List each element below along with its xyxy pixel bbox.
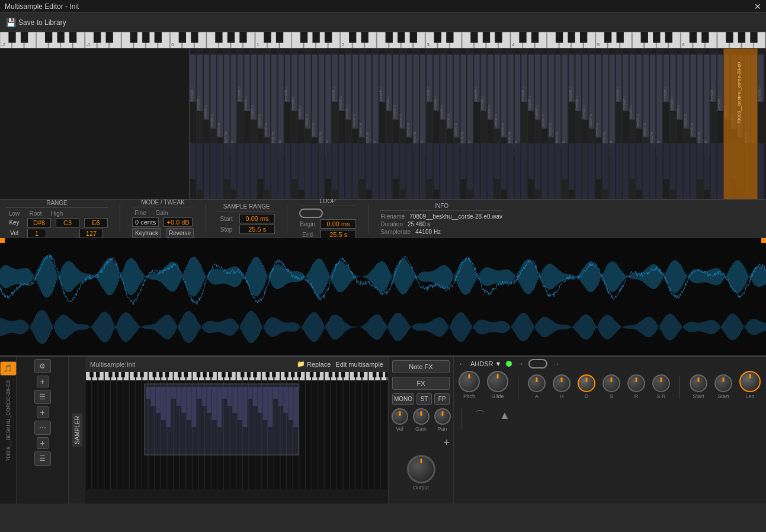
note-fx-button[interactable]: Note FX: [392, 360, 450, 373]
loop-icon[interactable]: [299, 209, 323, 218]
mod-len-label: Len: [745, 393, 754, 399]
glide-knob-container: Glide: [487, 371, 508, 399]
stop-value[interactable]: 25.5 s: [239, 225, 275, 234]
s-label: S: [610, 393, 613, 399]
a-label: A: [535, 393, 539, 399]
mod-start-knob[interactable]: [690, 374, 707, 392]
st-button[interactable]: ST: [416, 393, 432, 405]
grid-canvas[interactable]: [190, 49, 764, 199]
piano-canvas[interactable]: [0, 32, 766, 49]
range-labels-row: Low Root High: [6, 210, 108, 217]
h-label: H: [560, 393, 564, 399]
filename-label: Filename: [380, 213, 405, 220]
ahdsr-right-arrow2[interactable]: →: [552, 360, 559, 368]
glide-knob[interactable]: [487, 371, 508, 392]
ahdsr-forward-arrow[interactable]: →: [517, 360, 524, 368]
sample-grid[interactable]: [190, 49, 766, 199]
save-to-library-button[interactable]: 💾 Save to Library: [6, 18, 66, 27]
vel-knob[interactable]: [392, 408, 408, 425]
loop-group: LOOP Begin 0.00 ms End 25.5 s: [299, 198, 356, 239]
ahdsr-dropdown-icon[interactable]: ▼: [495, 360, 502, 367]
grid-labels-left: [0, 49, 190, 199]
vel-knob-label: Vel: [396, 426, 403, 432]
knobs-divider3: [461, 408, 461, 431]
reverse-button[interactable]: Reverse: [166, 228, 194, 238]
ahdsr-back-arrow[interactable]: ←: [459, 360, 466, 368]
fine-value[interactable]: 0 cents: [132, 217, 159, 227]
mono-button[interactable]: MONO: [392, 393, 414, 405]
multisample-name: Multisample:Init: [90, 361, 135, 368]
lfo-icon[interactable]: ⌒: [471, 406, 489, 424]
key-root-value[interactable]: C3: [56, 218, 79, 227]
add-instrument-button[interactable]: +: [37, 376, 49, 387]
piano-keyboard-section: [0, 32, 766, 49]
mod-start2-label: Start: [717, 393, 729, 399]
mode-labels-row: Fine Gain: [132, 210, 194, 216]
key-low-value[interactable]: D#6: [27, 218, 51, 227]
instrument-icon-3[interactable]: ⋯: [34, 421, 51, 435]
gain-value[interactable]: +0.0 dB: [164, 217, 192, 227]
output-knob[interactable]: [407, 455, 435, 483]
waveform-area[interactable]: [0, 238, 766, 357]
mini-piano[interactable]: Multisample:Init 📁 Replace Edit multisam…: [85, 357, 389, 504]
instrument-icon-4[interactable]: ☰: [34, 451, 51, 466]
keytrack-button[interactable]: Keytrack: [132, 228, 161, 238]
knobs-divider: [518, 376, 518, 399]
add-button-3[interactable]: +: [37, 437, 49, 449]
add-button-2[interactable]: +: [37, 406, 49, 418]
vel-low-value[interactable]: 1: [27, 229, 46, 238]
start-row: Start 0.00 ms: [218, 214, 275, 223]
begin-label: Begin: [299, 221, 316, 227]
r-knob-container: R: [627, 374, 645, 399]
replace-button[interactable]: 📁 Replace: [297, 360, 331, 368]
fx-button[interactable]: FX: [392, 377, 450, 390]
gain-knob[interactable]: [413, 408, 430, 425]
r-knob[interactable]: [627, 374, 645, 392]
channel-icon-button[interactable]: 🎵: [0, 361, 17, 376]
divider-1: [120, 204, 120, 233]
close-button[interactable]: ✕: [754, 2, 761, 11]
mod-len-knob[interactable]: [739, 371, 761, 392]
start-value[interactable]: 0.00 ms: [239, 214, 275, 223]
instrument-icon-2[interactable]: ☰: [34, 390, 51, 404]
gain-knob-label: Gain: [415, 426, 427, 432]
instrument-icon-1[interactable]: ⚙: [34, 359, 51, 373]
ahdsr-knobs: Pitch Glide A H D S: [459, 371, 761, 431]
mod-start2-knob-container: Start: [714, 374, 732, 399]
root-label: Root: [27, 210, 44, 217]
sr-knob[interactable]: [652, 374, 670, 392]
mini-grid-canvas[interactable]: [85, 372, 389, 489]
key-high-value[interactable]: E6: [84, 218, 108, 227]
fx-panel: Note FX FX MONO ST FP Vel Gain Pan +: [389, 357, 454, 504]
s-knob[interactable]: [602, 374, 620, 392]
sr-label: S.R: [656, 393, 665, 399]
vel-high-value[interactable]: 127: [79, 229, 103, 238]
mod-start2-knob[interactable]: [714, 374, 732, 392]
filename-value: 70809__beskhu__corde-28-e0.wav: [409, 213, 502, 220]
plus-icon[interactable]: +: [443, 437, 450, 449]
begin-value[interactable]: 0.00 ms: [320, 219, 356, 229]
r-label: R: [634, 393, 639, 399]
pitch-label: Pitch: [463, 393, 475, 399]
pan-knob[interactable]: [434, 408, 451, 425]
env-icon[interactable]: ▲: [496, 406, 514, 424]
edit-multisample-button[interactable]: Edit multisample: [335, 361, 383, 368]
key-label: Key: [6, 219, 23, 226]
start-marker[interactable]: [0, 238, 5, 243]
stop-label: Stop: [218, 226, 235, 233]
waveform-canvas[interactable]: [0, 238, 766, 357]
divider-3: [287, 204, 287, 233]
divider-2: [206, 204, 206, 233]
pitch-knob[interactable]: [459, 371, 480, 392]
start-label: Start: [218, 216, 235, 222]
d-knob[interactable]: [578, 374, 595, 392]
samplerate-label: Samplerate: [380, 229, 411, 235]
h-knob[interactable]: [553, 374, 571, 392]
end-marker[interactable]: [761, 238, 766, 243]
low-label: Low: [6, 210, 23, 217]
pitch-knob-container: Pitch: [459, 371, 480, 399]
a-knob[interactable]: [528, 374, 546, 392]
ahdsr-loop-icon[interactable]: [528, 359, 547, 368]
fp-button[interactable]: FP: [434, 393, 450, 405]
sample-range-group: SAMPLE RANGE Start 0.00 ms Stop 25.5 s: [218, 203, 275, 234]
